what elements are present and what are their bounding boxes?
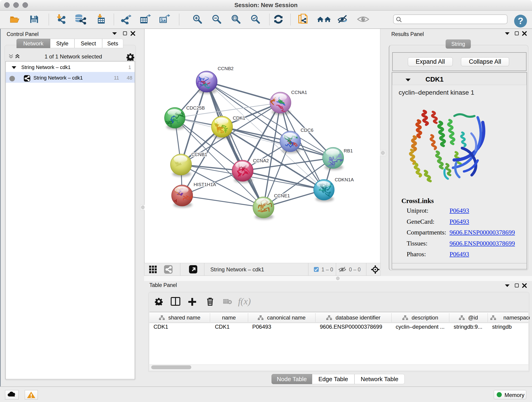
svg-text:CDK1: CDK1 (233, 115, 245, 121)
svg-text:CDC25B: CDC25B (186, 105, 205, 110)
svg-text:CCNA2: CCNA2 (253, 158, 269, 163)
svg-text:CDKN1A: CDKN1A (335, 177, 354, 182)
svg-text:CCNA1: CCNA1 (291, 89, 307, 95)
svg-text:CCNB1: CCNB1 (191, 152, 207, 157)
svg-text:CCNE1: CCNE1 (274, 193, 290, 198)
svg-text:HIST1H1A: HIST1H1A (194, 182, 216, 187)
svg-text:CCNB2: CCNB2 (218, 66, 234, 71)
svg-text:RB1: RB1 (344, 148, 353, 153)
svg-text:CDC6: CDC6 (301, 128, 313, 133)
